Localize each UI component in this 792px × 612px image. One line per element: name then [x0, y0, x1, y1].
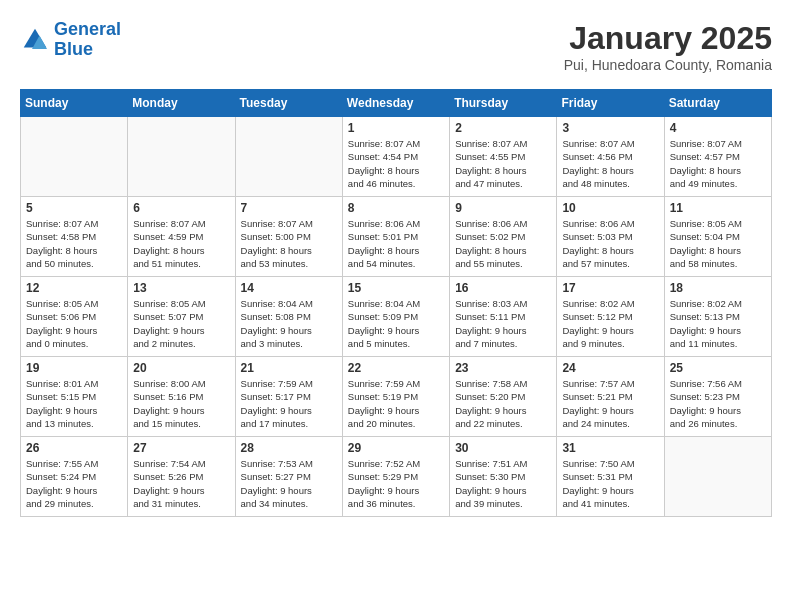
- day-number: 4: [670, 121, 766, 135]
- day-number: 8: [348, 201, 444, 215]
- calendar-cell: 24Sunrise: 7:57 AM Sunset: 5:21 PM Dayli…: [557, 357, 664, 437]
- calendar-cell: 6Sunrise: 8:07 AM Sunset: 4:59 PM Daylig…: [128, 197, 235, 277]
- calendar-cell: 30Sunrise: 7:51 AM Sunset: 5:30 PM Dayli…: [450, 437, 557, 517]
- day-info: Sunrise: 8:05 AM Sunset: 5:07 PM Dayligh…: [133, 297, 229, 350]
- calendar-cell: [235, 117, 342, 197]
- logo-text: General Blue: [54, 20, 121, 60]
- day-info: Sunrise: 8:05 AM Sunset: 5:04 PM Dayligh…: [670, 217, 766, 270]
- weekday-header-thursday: Thursday: [450, 90, 557, 117]
- calendar-cell: 22Sunrise: 7:59 AM Sunset: 5:19 PM Dayli…: [342, 357, 449, 437]
- calendar-cell: 13Sunrise: 8:05 AM Sunset: 5:07 PM Dayli…: [128, 277, 235, 357]
- day-info: Sunrise: 8:07 AM Sunset: 4:58 PM Dayligh…: [26, 217, 122, 270]
- day-number: 30: [455, 441, 551, 455]
- day-number: 17: [562, 281, 658, 295]
- day-number: 3: [562, 121, 658, 135]
- day-info: Sunrise: 8:01 AM Sunset: 5:15 PM Dayligh…: [26, 377, 122, 430]
- day-info: Sunrise: 8:07 AM Sunset: 5:00 PM Dayligh…: [241, 217, 337, 270]
- weekday-header-monday: Monday: [128, 90, 235, 117]
- day-number: 27: [133, 441, 229, 455]
- day-number: 6: [133, 201, 229, 215]
- calendar-cell: 14Sunrise: 8:04 AM Sunset: 5:08 PM Dayli…: [235, 277, 342, 357]
- day-info: Sunrise: 8:03 AM Sunset: 5:11 PM Dayligh…: [455, 297, 551, 350]
- day-info: Sunrise: 8:06 AM Sunset: 5:01 PM Dayligh…: [348, 217, 444, 270]
- day-info: Sunrise: 7:51 AM Sunset: 5:30 PM Dayligh…: [455, 457, 551, 510]
- day-number: 31: [562, 441, 658, 455]
- day-info: Sunrise: 8:07 AM Sunset: 4:59 PM Dayligh…: [133, 217, 229, 270]
- day-info: Sunrise: 8:02 AM Sunset: 5:13 PM Dayligh…: [670, 297, 766, 350]
- calendar-cell: 16Sunrise: 8:03 AM Sunset: 5:11 PM Dayli…: [450, 277, 557, 357]
- day-info: Sunrise: 8:02 AM Sunset: 5:12 PM Dayligh…: [562, 297, 658, 350]
- day-number: 22: [348, 361, 444, 375]
- calendar-cell: 7Sunrise: 8:07 AM Sunset: 5:00 PM Daylig…: [235, 197, 342, 277]
- location-subtitle: Pui, Hunedoara County, Romania: [564, 57, 772, 73]
- calendar-cell: [128, 117, 235, 197]
- calendar-cell: 11Sunrise: 8:05 AM Sunset: 5:04 PM Dayli…: [664, 197, 771, 277]
- day-info: Sunrise: 7:50 AM Sunset: 5:31 PM Dayligh…: [562, 457, 658, 510]
- day-info: Sunrise: 7:59 AM Sunset: 5:17 PM Dayligh…: [241, 377, 337, 430]
- day-info: Sunrise: 8:04 AM Sunset: 5:09 PM Dayligh…: [348, 297, 444, 350]
- weekday-header-wednesday: Wednesday: [342, 90, 449, 117]
- calendar-cell: 23Sunrise: 7:58 AM Sunset: 5:20 PM Dayli…: [450, 357, 557, 437]
- calendar-cell: 9Sunrise: 8:06 AM Sunset: 5:02 PM Daylig…: [450, 197, 557, 277]
- day-number: 9: [455, 201, 551, 215]
- day-info: Sunrise: 7:55 AM Sunset: 5:24 PM Dayligh…: [26, 457, 122, 510]
- calendar-cell: 26Sunrise: 7:55 AM Sunset: 5:24 PM Dayli…: [21, 437, 128, 517]
- calendar-cell: 29Sunrise: 7:52 AM Sunset: 5:29 PM Dayli…: [342, 437, 449, 517]
- calendar-cell: 19Sunrise: 8:01 AM Sunset: 5:15 PM Dayli…: [21, 357, 128, 437]
- day-number: 12: [26, 281, 122, 295]
- day-info: Sunrise: 7:56 AM Sunset: 5:23 PM Dayligh…: [670, 377, 766, 430]
- day-number: 10: [562, 201, 658, 215]
- calendar-week-2: 5Sunrise: 8:07 AM Sunset: 4:58 PM Daylig…: [21, 197, 772, 277]
- logo-icon: [20, 25, 50, 55]
- day-info: Sunrise: 8:05 AM Sunset: 5:06 PM Dayligh…: [26, 297, 122, 350]
- calendar-cell: [21, 117, 128, 197]
- calendar-cell: 3Sunrise: 8:07 AM Sunset: 4:56 PM Daylig…: [557, 117, 664, 197]
- day-info: Sunrise: 8:07 AM Sunset: 4:56 PM Dayligh…: [562, 137, 658, 190]
- calendar-cell: [664, 437, 771, 517]
- day-info: Sunrise: 8:07 AM Sunset: 4:54 PM Dayligh…: [348, 137, 444, 190]
- calendar-cell: 4Sunrise: 8:07 AM Sunset: 4:57 PM Daylig…: [664, 117, 771, 197]
- calendar-cell: 18Sunrise: 8:02 AM Sunset: 5:13 PM Dayli…: [664, 277, 771, 357]
- day-info: Sunrise: 8:06 AM Sunset: 5:02 PM Dayligh…: [455, 217, 551, 270]
- calendar-week-1: 1Sunrise: 8:07 AM Sunset: 4:54 PM Daylig…: [21, 117, 772, 197]
- day-number: 23: [455, 361, 551, 375]
- day-number: 21: [241, 361, 337, 375]
- day-number: 20: [133, 361, 229, 375]
- weekday-header-tuesday: Tuesday: [235, 90, 342, 117]
- weekday-header-friday: Friday: [557, 90, 664, 117]
- day-number: 5: [26, 201, 122, 215]
- day-info: Sunrise: 8:06 AM Sunset: 5:03 PM Dayligh…: [562, 217, 658, 270]
- weekday-header-row: SundayMondayTuesdayWednesdayThursdayFrid…: [21, 90, 772, 117]
- day-number: 25: [670, 361, 766, 375]
- day-info: Sunrise: 8:07 AM Sunset: 4:55 PM Dayligh…: [455, 137, 551, 190]
- day-number: 28: [241, 441, 337, 455]
- day-info: Sunrise: 7:52 AM Sunset: 5:29 PM Dayligh…: [348, 457, 444, 510]
- day-number: 24: [562, 361, 658, 375]
- calendar-cell: 21Sunrise: 7:59 AM Sunset: 5:17 PM Dayli…: [235, 357, 342, 437]
- day-number: 7: [241, 201, 337, 215]
- calendar-cell: 27Sunrise: 7:54 AM Sunset: 5:26 PM Dayli…: [128, 437, 235, 517]
- day-info: Sunrise: 7:59 AM Sunset: 5:19 PM Dayligh…: [348, 377, 444, 430]
- day-number: 11: [670, 201, 766, 215]
- calendar-cell: 12Sunrise: 8:05 AM Sunset: 5:06 PM Dayli…: [21, 277, 128, 357]
- calendar-cell: 5Sunrise: 8:07 AM Sunset: 4:58 PM Daylig…: [21, 197, 128, 277]
- calendar-cell: 25Sunrise: 7:56 AM Sunset: 5:23 PM Dayli…: [664, 357, 771, 437]
- day-info: Sunrise: 8:07 AM Sunset: 4:57 PM Dayligh…: [670, 137, 766, 190]
- day-info: Sunrise: 7:57 AM Sunset: 5:21 PM Dayligh…: [562, 377, 658, 430]
- calendar-table: SundayMondayTuesdayWednesdayThursdayFrid…: [20, 89, 772, 517]
- page-header: General Blue January 2025 Pui, Hunedoara…: [20, 20, 772, 73]
- weekday-header-saturday: Saturday: [664, 90, 771, 117]
- day-info: Sunrise: 8:04 AM Sunset: 5:08 PM Dayligh…: [241, 297, 337, 350]
- day-number: 13: [133, 281, 229, 295]
- day-info: Sunrise: 8:00 AM Sunset: 5:16 PM Dayligh…: [133, 377, 229, 430]
- day-number: 1: [348, 121, 444, 135]
- calendar-week-4: 19Sunrise: 8:01 AM Sunset: 5:15 PM Dayli…: [21, 357, 772, 437]
- calendar-cell: 2Sunrise: 8:07 AM Sunset: 4:55 PM Daylig…: [450, 117, 557, 197]
- day-number: 14: [241, 281, 337, 295]
- day-number: 18: [670, 281, 766, 295]
- day-info: Sunrise: 7:54 AM Sunset: 5:26 PM Dayligh…: [133, 457, 229, 510]
- day-number: 15: [348, 281, 444, 295]
- day-number: 26: [26, 441, 122, 455]
- month-title: January 2025: [564, 20, 772, 57]
- calendar-cell: 10Sunrise: 8:06 AM Sunset: 5:03 PM Dayli…: [557, 197, 664, 277]
